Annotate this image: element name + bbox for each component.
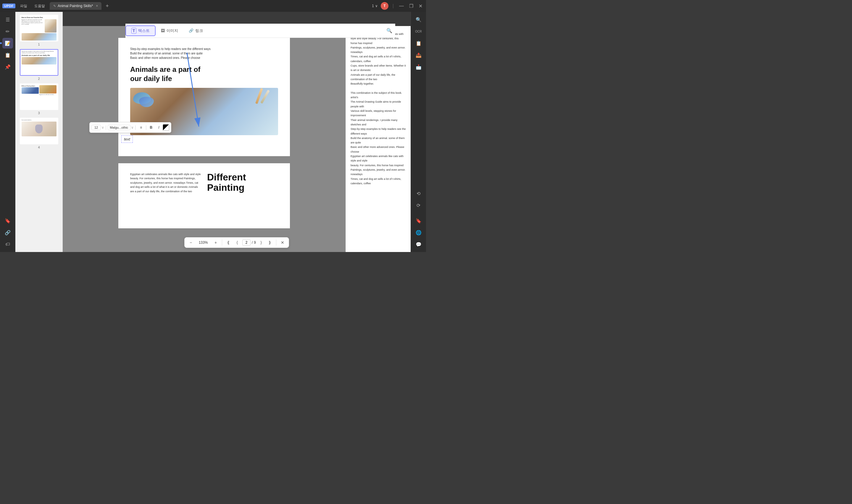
image-btn-label: 이미지 xyxy=(166,28,178,33)
zoom-out-btn[interactable]: − xyxy=(187,239,195,246)
nav-separator-2 xyxy=(276,239,276,246)
butterfly-wing-2 xyxy=(139,97,154,107)
text-format-toolbar: 12 ∨ | Malgu...othic ∨ | ≡ | B I xyxy=(89,122,171,133)
new-tab-btn[interactable]: + xyxy=(104,3,111,9)
right-icon-undo[interactable]: ⟲ xyxy=(413,188,424,199)
sidebar-icon-bookmark[interactable]: 🔖 xyxy=(2,215,13,226)
right-icon-bookmark[interactable]: 🔖 xyxy=(413,215,424,226)
right-icon-search[interactable]: 🔍 xyxy=(413,14,424,25)
color-swatch-btn[interactable] xyxy=(163,124,169,131)
text-tool-btn[interactable]: T 텍스트 xyxy=(125,25,156,36)
sidebar-icon-pages[interactable]: 📋 xyxy=(2,50,13,60)
sidebar-icon-link2[interactable]: 🔗 xyxy=(2,227,13,238)
thumb4-img xyxy=(22,122,56,136)
zoom-in-btn[interactable]: + xyxy=(212,239,219,246)
link-btn-label: 링크 xyxy=(195,28,203,33)
align-btn[interactable]: ≡ xyxy=(137,124,145,131)
right-icon-email[interactable]: 📩 xyxy=(413,61,424,72)
bold-btn[interactable]: B xyxy=(147,124,155,131)
maximize-btn[interactable]: ❐ xyxy=(408,3,415,9)
thumb1-img xyxy=(22,33,56,40)
thumb3-text: Egyptian art celebrates animals... xyxy=(39,94,56,95)
total-pages: 9 xyxy=(254,240,256,245)
right-icon-share[interactable]: 📤 xyxy=(413,50,424,60)
thumbnail-1[interactable]: How to Draw our Favorite Pets Egyptian a… xyxy=(18,15,60,46)
right-icon-chat[interactable]: 💬 xyxy=(413,239,424,250)
thumbnail-4[interactable]: Cute animal sketches... 4 xyxy=(18,118,60,149)
thumb-content-3: Different Painting Styles Egyptian art c… xyxy=(20,84,58,109)
prev-page-btn[interactable]: ⟨ xyxy=(233,239,241,246)
tab-edit-icon: ✎ xyxy=(53,4,56,8)
page-number-input[interactable] xyxy=(242,239,251,246)
content-wrapper: Step-by-step examples to help readers se… xyxy=(63,26,411,252)
thumb2-img xyxy=(22,57,56,65)
sidebar-icon-menu[interactable]: ☰ xyxy=(2,14,13,25)
page-input-group: / 9 xyxy=(242,239,256,246)
active-tab[interactable]: ✎ Animal Painting Skills* × xyxy=(50,2,102,10)
menu-file[interactable]: 파일 xyxy=(18,3,30,8)
pdf-page-3: Egyptian art celebrates animals like cat… xyxy=(118,163,290,228)
font-size-input[interactable]: 12 xyxy=(91,125,101,130)
right-icon-ocr[interactable]: OCR xyxy=(413,26,424,37)
page-separator: / xyxy=(252,240,253,245)
text-box-edit[interactable]: text xyxy=(121,136,133,143)
thumb-box-4[interactable]: Cute animal sketches... xyxy=(20,118,58,144)
thumb-num-3: 3 xyxy=(38,111,40,115)
thumbnail-panel: How to Draw our Favorite Pets Egyptian a… xyxy=(15,12,63,252)
thumb1-text: Egyptian art celebrates animals like cat… xyxy=(22,19,44,33)
right-icon-global[interactable]: 🌐 xyxy=(413,227,424,238)
thumb3-img1 xyxy=(22,87,39,94)
right-icon-extract[interactable]: 📋 xyxy=(413,38,424,49)
right-panel-text: Egyptian art celebrates animals like cat… xyxy=(350,32,406,186)
search-icon[interactable]: 🔍 xyxy=(386,28,392,33)
sidebar-icon-organize[interactable]: 📌 xyxy=(2,61,13,72)
thumbnail-2[interactable]: Step-by-step examples to help readers se… xyxy=(18,49,60,80)
nav-separator xyxy=(222,239,222,246)
active-indicator xyxy=(0,42,2,44)
thumb-box-2[interactable]: Step-by-step examples to help readers se… xyxy=(20,49,58,76)
sidebar-icon-edit[interactable]: ✏ xyxy=(2,26,13,37)
thumb-box-3[interactable]: Different Painting Styles Egyptian art c… xyxy=(20,84,58,110)
text-icon: T xyxy=(131,28,137,34)
thumb-num-4: 4 xyxy=(38,145,40,149)
page-top-text: Step-by-step examples to help readers se… xyxy=(130,47,278,60)
second-page-content: Egyptian art celebrates animals like cat… xyxy=(130,172,278,194)
sidebar-icon-tag[interactable]: 🏷 xyxy=(2,239,13,250)
menu-help[interactable]: 도움말 xyxy=(32,3,47,8)
user-avatar[interactable]: T xyxy=(381,2,388,10)
left-sidebar: ☰ ✏ 📝 📋 📌 🔖 🔗 🏷 xyxy=(0,12,15,252)
minimize-btn[interactable]: — xyxy=(398,3,405,8)
app-logo: UPDF xyxy=(2,3,15,8)
nav-close-btn[interactable]: ✕ xyxy=(279,239,286,246)
italic-btn[interactable]: I xyxy=(155,124,163,131)
thumb1-dog-img xyxy=(45,19,56,33)
font-name-select[interactable]: Malgu...othic xyxy=(108,125,130,130)
close-btn[interactable]: ✕ xyxy=(417,3,424,9)
thumb4-animal xyxy=(35,125,42,133)
thumbnail-3[interactable]: Different Painting Styles Egyptian art c… xyxy=(18,84,60,115)
main-content-scroll[interactable]: Step-by-step examples to help readers se… xyxy=(63,26,346,252)
right-icon-redo[interactable]: ⟳ xyxy=(413,200,424,211)
font-name-chevron[interactable]: ∨ xyxy=(131,125,134,129)
thumb-content-4: Cute animal sketches... xyxy=(20,118,58,144)
thumb4-text: Cute animal sketches... xyxy=(22,120,56,121)
last-page-btn[interactable]: ⟫ xyxy=(266,239,274,246)
text-btn-label: 텍스트 xyxy=(138,28,150,33)
thumb1-heading: How to Draw our Favorite Pets xyxy=(22,17,56,19)
thumb-box-1[interactable]: How to Draw our Favorite Pets Egyptian a… xyxy=(20,15,58,41)
image-tool-btn[interactable]: 🖼 이미지 xyxy=(156,26,183,35)
first-page-btn[interactable]: ⟪ xyxy=(224,239,232,246)
next-page-btn[interactable]: ⟩ xyxy=(257,239,265,246)
sidebar-icon-annotate[interactable]: 📝 xyxy=(2,38,13,49)
font-size-chevron[interactable]: ∨ xyxy=(102,125,104,129)
title-bar: UPDF 파일 도움말 ✎ Animal Painting Skills* × … xyxy=(0,0,426,12)
tab-title: Animal Painting Skills* xyxy=(58,4,93,8)
thumb2-text: Step-by-step examples to help readers se… xyxy=(22,51,56,54)
thumb-content-1: How to Draw our Favorite Pets Egyptian a… xyxy=(20,15,58,41)
link-icon: 🔗 xyxy=(189,29,194,33)
window-separator: | xyxy=(392,3,395,8)
link-tool-btn[interactable]: 🔗 링크 xyxy=(183,26,208,35)
tab-close-btn[interactable]: × xyxy=(96,4,98,8)
thumb-num-1: 1 xyxy=(38,42,40,46)
text-box-value[interactable]: text xyxy=(124,137,130,141)
